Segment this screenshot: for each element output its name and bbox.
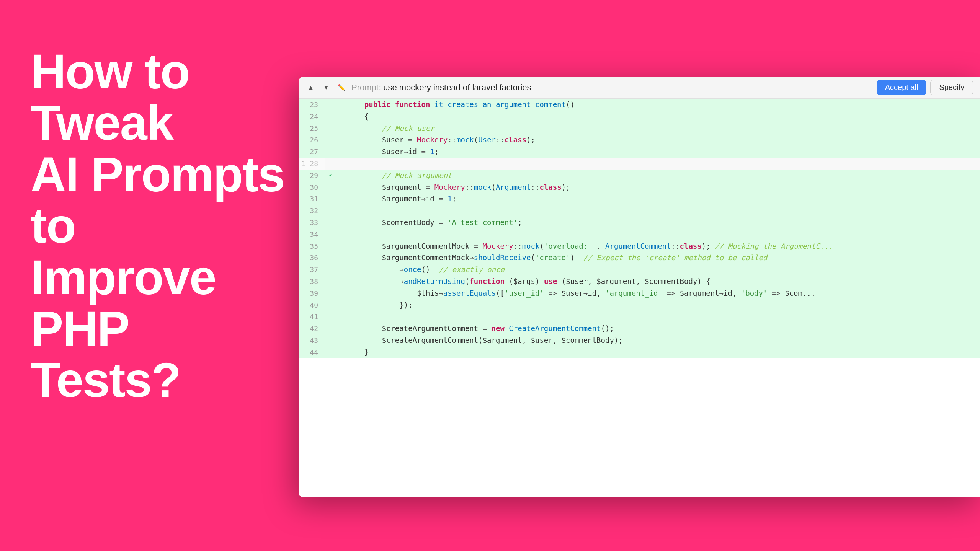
line-marker — [325, 252, 336, 264]
code-line-28: 1 28 — [299, 158, 980, 170]
line-number: 29 — [299, 170, 325, 181]
code-line-36: 36 $argumentCommentMock→shouldReceive('c… — [299, 252, 980, 264]
line-content: // Mock argument — [336, 170, 980, 181]
code-line-44: 44 } — [299, 346, 980, 358]
toolbar-buttons: Accept all Specify — [877, 80, 973, 95]
line-content: →andReturnUsing(function ($args) use ($u… — [336, 276, 980, 287]
line-content: public function it_creates_an_argument_c… — [336, 99, 980, 111]
line-marker — [325, 111, 336, 122]
line-number: 42 — [299, 323, 325, 334]
line-number: 34 — [299, 228, 325, 240]
accept-all-button[interactable]: Accept all — [877, 80, 927, 95]
code-line-30: 30 $argument = Mockery::mock(Argument::c… — [299, 181, 980, 193]
code-line-39: 39 $this→assertEquals(['user_id' => $use… — [299, 287, 980, 299]
line-marker — [325, 228, 336, 240]
line-number: 40 — [299, 299, 325, 311]
line-number: 25 — [299, 122, 325, 134]
line-number: 44 — [299, 346, 325, 358]
line-number: 43 — [299, 334, 325, 346]
code-window: ▲ ▼ ✏️ Prompt: use mockery instead of la… — [299, 77, 980, 497]
line-marker — [325, 299, 336, 311]
line-marker: ✓ — [325, 170, 336, 181]
line-number: 38 — [299, 276, 325, 287]
line-content: $argument→id = 1; — [336, 193, 980, 205]
line-number: 39 — [299, 287, 325, 299]
line-content: $this→assertEquals(['user_id' => $user→i… — [336, 287, 980, 299]
line-content: $argumentCommentMock = Mockery::mock('ov… — [336, 240, 980, 252]
up-arrow-button[interactable]: ▲ — [305, 82, 316, 93]
line-content: { — [336, 111, 980, 122]
code-line-31: 31 $argument→id = 1; — [299, 193, 980, 205]
line-content — [336, 228, 980, 240]
line-marker — [325, 146, 336, 158]
line-content: $user = Mockery::mock(User::class); — [336, 134, 980, 146]
line-number: 32 — [299, 205, 325, 217]
code-line-37: 37 →once() // exactly once — [299, 264, 980, 276]
code-line-34: 34 — [299, 228, 980, 240]
specify-button[interactable]: Specify — [930, 80, 973, 95]
hero-section: How to Tweak AI Prompts to Improve PHP T… — [31, 46, 291, 406]
code-line-32: 32 — [299, 205, 980, 217]
line-number: 36 — [299, 252, 325, 264]
edit-icon: ✏️ — [336, 82, 347, 93]
code-line-35: 35 $argumentCommentMock = Mockery::mock(… — [299, 240, 980, 252]
line-marker — [325, 193, 336, 205]
code-line-25: 25 // Mock user — [299, 122, 980, 134]
line-marker — [325, 334, 336, 346]
code-editor: 23 public function it_creates_an_argumen… — [299, 99, 980, 497]
line-number: 23 — [299, 99, 325, 111]
code-line-26: 26 $user = Mockery::mock(User::class); — [299, 134, 980, 146]
line-marker — [325, 181, 336, 193]
line-content — [336, 205, 980, 217]
line-content: →once() // exactly once — [336, 264, 980, 276]
line-content: $commentBody = 'A test comment'; — [336, 217, 980, 228]
line-marker — [325, 276, 336, 287]
line-number: 35 — [299, 240, 325, 252]
line-content: } — [336, 346, 980, 358]
code-line-29: 29 ✓ // Mock argument — [299, 170, 980, 181]
code-line-43: 43 $createArgumentComment($argument, $us… — [299, 334, 980, 346]
line-content: $createArgumentComment($argument, $user,… — [336, 334, 980, 346]
code-line-27: 27 $user→id = 1; — [299, 146, 980, 158]
line-content: // Mock user — [336, 122, 980, 134]
line-content — [336, 158, 980, 170]
line-number: 41 — [299, 311, 325, 323]
code-line-23: 23 public function it_creates_an_argumen… — [299, 99, 980, 111]
line-content: }); — [336, 299, 980, 311]
code-lines: 23 public function it_creates_an_argumen… — [299, 99, 980, 358]
line-content — [336, 311, 980, 323]
line-marker — [325, 158, 336, 170]
code-line-24: 24 { — [299, 111, 980, 122]
line-number: 33 — [299, 217, 325, 228]
prompt-label: Prompt: — [351, 83, 381, 92]
line-number: 27 — [299, 146, 325, 158]
line-marker — [325, 122, 336, 134]
line-content: $argumentCommentMock→shouldReceive('crea… — [336, 252, 980, 264]
line-content: $createArgumentComment = new CreateArgum… — [336, 323, 980, 334]
code-line-38: 38 →andReturnUsing(function ($args) use … — [299, 276, 980, 287]
line-marker — [325, 346, 336, 358]
line-marker — [325, 287, 336, 299]
code-line-41: 41 — [299, 311, 980, 323]
line-content: $user→id = 1; — [336, 146, 980, 158]
line-marker — [325, 240, 336, 252]
line-marker — [325, 264, 336, 276]
line-number: 1 28 — [299, 158, 325, 170]
line-number: 30 — [299, 181, 325, 193]
code-line-42: 42 $createArgumentComment = new CreateAr… — [299, 323, 980, 334]
down-arrow-button[interactable]: ▼ — [321, 82, 332, 93]
line-marker — [325, 323, 336, 334]
prompt-display: Prompt: use mockery instead of laravel f… — [351, 83, 872, 93]
line-number: 26 — [299, 134, 325, 146]
line-number: 31 — [299, 193, 325, 205]
line-number: 24 — [299, 111, 325, 122]
code-line-33: 33 $commentBody = 'A test comment'; — [299, 217, 980, 228]
line-marker — [325, 99, 336, 111]
window-toolbar: ▲ ▼ ✏️ Prompt: use mockery instead of la… — [299, 77, 980, 99]
line-marker — [325, 311, 336, 323]
line-marker — [325, 205, 336, 217]
line-number: 37 — [299, 264, 325, 276]
prompt-value: use mockery instead of laravel factories — [383, 83, 531, 92]
code-line-40: 40 }); — [299, 299, 980, 311]
hero-title: How to Tweak AI Prompts to Improve PHP T… — [31, 46, 291, 406]
